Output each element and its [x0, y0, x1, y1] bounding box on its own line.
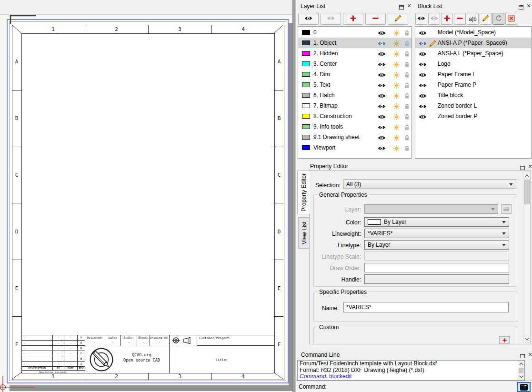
- layer-color-swatch[interactable]: [302, 124, 310, 129]
- layer-row[interactable]: 2. Hidden: [298, 48, 412, 59]
- layer-row[interactable]: 9.1 Drawing sheet: [298, 132, 412, 142]
- main-splitter[interactable]: [292, 0, 296, 392]
- layer-lock-icon[interactable]: [402, 134, 411, 141]
- layer-plot-sun-icon[interactable]: [392, 82, 401, 89]
- scrollbar-thumb[interactable]: [524, 180, 530, 204]
- layer-color-swatch[interactable]: [302, 114, 310, 119]
- command-history[interactable]: Forum/Test Folder/inch template with Lay…: [297, 360, 525, 381]
- block-row[interactable]: ANSI-A P (*Paper_Space6): [415, 38, 531, 48]
- layer-color-swatch[interactable]: [302, 103, 310, 108]
- block-list-close-button[interactable]: ×: [525, 2, 532, 9]
- linetype-combo[interactable]: By Layer: [364, 240, 509, 250]
- layer-lock-icon[interactable]: [402, 61, 411, 68]
- add-block-button[interactable]: [441, 13, 453, 25]
- remove-block-button[interactable]: [454, 13, 466, 25]
- layer-row[interactable]: 6. Hatch: [298, 90, 412, 101]
- layer-plot-sun-icon[interactable]: [392, 124, 401, 131]
- layer-row[interactable]: 7. Bitmap: [298, 101, 412, 111]
- layer-row[interactable]: 0: [298, 27, 412, 38]
- block-list-float-button[interactable]: [518, 4, 524, 10]
- property-scrollbar[interactable]: [523, 171, 531, 343]
- color-combo[interactable]: By Layer: [364, 217, 509, 227]
- show-all-layers-button[interactable]: [298, 13, 319, 25]
- block-row[interactable]: Model (*Model_Space): [415, 27, 531, 38]
- command-line-float-button[interactable]: [519, 352, 526, 359]
- toggle-command-widget-button[interactable]: [517, 382, 531, 392]
- layer-visible-eye-icon[interactable]: [377, 61, 386, 68]
- layer-row[interactable]: 5. Text: [298, 80, 412, 90]
- command-line-close-button[interactable]: ×: [527, 351, 532, 358]
- layer-lock-icon[interactable]: [402, 50, 411, 57]
- show-all-blocks-button[interactable]: [415, 13, 427, 25]
- remove-layer-button[interactable]: [365, 13, 386, 25]
- layer-color-swatch[interactable]: [302, 93, 310, 98]
- layer-plot-sun-icon[interactable]: [392, 30, 401, 36]
- layer-plot-sun-icon[interactable]: [392, 103, 401, 110]
- layer-color-swatch[interactable]: [302, 30, 310, 35]
- command-history-scrollbar[interactable]: [518, 361, 524, 380]
- layer-plot-sun-icon[interactable]: [392, 71, 401, 78]
- tab-property-editor[interactable]: Property Editor: [297, 171, 310, 214]
- layer-visible-eye-icon[interactable]: [377, 113, 386, 120]
- layer-row[interactable]: 4. Dim: [298, 69, 412, 80]
- block-visible-eye-icon[interactable]: [418, 61, 427, 68]
- block-visible-eye-icon[interactable]: [418, 103, 427, 110]
- layer-row[interactable]: 8. Construction: [298, 111, 412, 121]
- layer-visible-eye-icon[interactable]: [377, 103, 386, 110]
- layer-list-close-button[interactable]: ×: [406, 2, 412, 9]
- layer-list[interactable]: 01. Object2. Hidden3. Center4. Dim5. Tex…: [298, 26, 412, 159]
- layer-visible-eye-icon[interactable]: [377, 40, 386, 47]
- layer-lock-icon[interactable]: [402, 30, 411, 36]
- add-custom-property-button[interactable]: [499, 336, 510, 344]
- layer-plot-sun-icon[interactable]: [392, 92, 401, 99]
- block-list[interactable]: Model (*Model_Space)ANSI-A P (*Paper_Spa…: [415, 26, 532, 159]
- edit-layer-button[interactable]: [388, 13, 408, 25]
- layer-row[interactable]: 1. Object: [298, 38, 412, 48]
- layer-list-float-button[interactable]: [398, 4, 405, 10]
- block-visible-eye-icon[interactable]: [418, 82, 427, 89]
- layer-plot-sun-icon[interactable]: [392, 40, 401, 47]
- layer-row[interactable]: 3. Center: [298, 59, 412, 69]
- layer-color-swatch[interactable]: [302, 40, 310, 45]
- layer-visible-eye-icon[interactable]: [377, 82, 386, 89]
- layer-visible-eye-icon[interactable]: [377, 92, 386, 99]
- layer-lock-icon[interactable]: [402, 40, 411, 47]
- edit-block-button[interactable]: [480, 13, 492, 25]
- layer-lock-icon[interactable]: [402, 124, 411, 131]
- hide-all-blocks-button[interactable]: [428, 13, 440, 25]
- layer-color-swatch[interactable]: [302, 51, 310, 56]
- layer-lock-icon[interactable]: [402, 145, 411, 151]
- tab-view-list[interactable]: View List: [298, 217, 310, 249]
- scroll-down-icon[interactable]: [523, 335, 530, 342]
- insert-block-button[interactable]: [492, 13, 504, 25]
- add-layer-button[interactable]: [343, 13, 363, 25]
- block-visible-eye-icon[interactable]: [418, 40, 427, 47]
- block-row[interactable]: Zoned border P: [415, 111, 531, 121]
- layer-visible-eye-icon[interactable]: [377, 30, 386, 36]
- layer-plot-sun-icon[interactable]: [392, 113, 401, 120]
- block-row[interactable]: Title block: [415, 90, 531, 101]
- name-input[interactable]: *VARIES*: [343, 302, 509, 312]
- layer-row[interactable]: 9. Info tools: [298, 121, 412, 132]
- scroll-up-icon[interactable]: [523, 172, 530, 179]
- layer-plot-sun-icon[interactable]: [392, 145, 401, 151]
- layer-color-swatch[interactable]: [302, 72, 310, 77]
- layer-lock-icon[interactable]: [402, 71, 411, 78]
- block-row[interactable]: Paper Frame P: [415, 80, 531, 90]
- command-prompt-row[interactable]: Command:: [296, 381, 532, 392]
- layer-visible-eye-icon[interactable]: [377, 145, 386, 151]
- block-row[interactable]: ANSI-A L (*Paper_Space): [415, 48, 531, 59]
- layer-lock-icon[interactable]: [402, 113, 411, 120]
- block-visible-eye-icon[interactable]: [418, 50, 427, 57]
- block-visible-eye-icon[interactable]: [418, 71, 427, 78]
- scrollbar-thumb[interactable]: [519, 368, 523, 373]
- layer-visible-eye-icon[interactable]: [377, 71, 386, 78]
- layer-visible-eye-icon[interactable]: [377, 134, 386, 141]
- block-row[interactable]: Logo: [415, 59, 531, 69]
- property-editor-close-button[interactable]: ×: [527, 163, 532, 170]
- block-visible-eye-icon[interactable]: [418, 92, 427, 99]
- purge-unused-blocks-button[interactable]: [505, 13, 517, 25]
- layer-lock-icon[interactable]: [402, 92, 411, 99]
- layer-color-swatch[interactable]: [302, 82, 310, 87]
- drawing-canvas[interactable]: 11223344AABBCCDDEEFF ---F---E---D---C---…: [0, 0, 292, 392]
